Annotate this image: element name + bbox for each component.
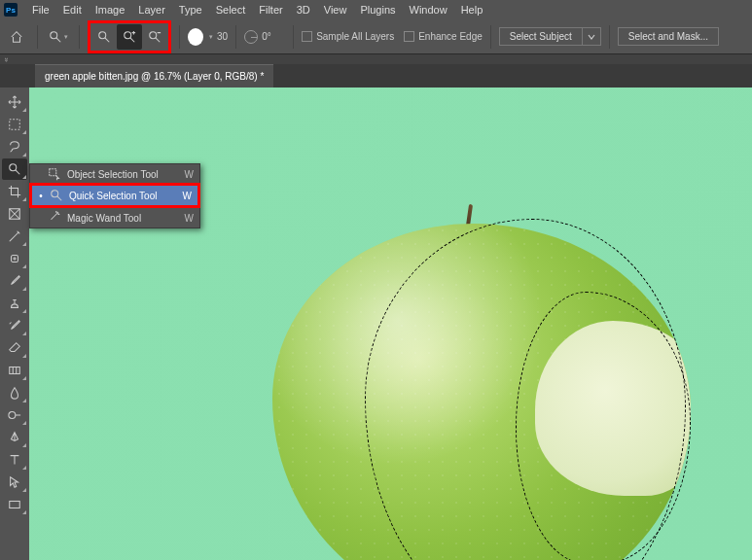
- select-subject-button[interactable]: Select Subject: [499, 27, 583, 46]
- svg-rect-10: [10, 502, 20, 508]
- svg-rect-4: [10, 120, 20, 130]
- menu-edit[interactable]: Edit: [56, 2, 89, 18]
- svg-point-2: [125, 31, 131, 38]
- sample-all-layers-checkbox[interactable]: Sample All Layers: [302, 31, 394, 42]
- svg-point-12: [52, 191, 58, 197]
- blur-tool[interactable]: [2, 382, 27, 403]
- clone-stamp-tool[interactable]: [2, 293, 27, 314]
- menu-window[interactable]: Window: [403, 2, 454, 18]
- marquee-tool[interactable]: [2, 114, 27, 135]
- rectangle-tool[interactable]: [2, 494, 27, 515]
- menu-3d[interactable]: 3D: [290, 2, 317, 18]
- menu-layer[interactable]: Layer: [131, 2, 172, 18]
- separator: [490, 25, 491, 49]
- svg-point-9: [9, 412, 16, 419]
- lasso-tool[interactable]: [2, 136, 27, 158]
- chevron-down-icon: [588, 33, 595, 41]
- magic-wand-icon: [48, 211, 61, 225]
- svg-point-3: [150, 31, 157, 38]
- toolbox: [0, 88, 29, 560]
- sample-all-layers-label: Sample All Layers: [316, 31, 394, 42]
- selected-indicator: •: [38, 192, 44, 198]
- flyout-item-label: Object Selection Tool: [67, 169, 159, 180]
- select-and-mask-button[interactable]: Select and Mask...: [618, 27, 719, 46]
- quick-selection-tool[interactable]: [2, 158, 27, 180]
- flyout-shortcut: W: [185, 213, 194, 224]
- eraser-tool[interactable]: [2, 337, 27, 359]
- document-tab[interactable]: green apple bitten.jpg @ 16.7% (Layer 0,…: [35, 64, 273, 88]
- enhance-edge-checkbox[interactable]: Enhance Edge: [404, 31, 483, 42]
- healing-brush-tool[interactable]: [2, 248, 27, 269]
- flyout-shortcut: W: [183, 191, 192, 201]
- svg-point-0: [51, 31, 57, 38]
- frame-tool[interactable]: [2, 203, 27, 225]
- menu-type[interactable]: Type: [172, 2, 209, 18]
- flyout-magic-wand[interactable]: Magic Wand Tool W: [30, 208, 199, 228]
- document-tab-strip: green apple bitten.jpg @ 16.7% (Layer 0,…: [0, 64, 752, 88]
- home-icon[interactable]: [4, 24, 29, 50]
- angle-control[interactable]: [244, 30, 285, 44]
- separator: [79, 25, 80, 49]
- path-selection-tool[interactable]: [2, 472, 27, 493]
- menu-plugins[interactable]: Plugins: [353, 2, 402, 18]
- svg-rect-11: [50, 169, 56, 176]
- document-canvas[interactable]: [29, 88, 752, 560]
- apple-image: [272, 224, 691, 560]
- separator: [293, 25, 294, 49]
- menu-select[interactable]: Select: [209, 2, 253, 18]
- selected-indicator: [36, 171, 42, 177]
- new-selection-button[interactable]: [91, 24, 117, 50]
- separator: [37, 25, 38, 49]
- object-selection-icon: [48, 167, 61, 181]
- angle-icon: [244, 30, 258, 44]
- brush-preview-icon: [188, 28, 203, 46]
- options-bar: 30 Sample All Layers Enhance Edge Select…: [0, 19, 752, 54]
- svg-point-5: [10, 164, 17, 171]
- menu-filter[interactable]: Filter: [252, 2, 289, 18]
- history-brush-tool[interactable]: [2, 315, 27, 336]
- move-tool[interactable]: [2, 91, 27, 113]
- selected-indicator: [36, 215, 42, 221]
- select-subject-dropdown[interactable]: [582, 27, 601, 46]
- gradient-tool[interactable]: [2, 360, 27, 381]
- eyedropper-tool[interactable]: [2, 226, 27, 247]
- add-to-selection-button[interactable]: [117, 24, 142, 50]
- brush-picker[interactable]: [188, 24, 213, 50]
- brush-size-value: 30: [217, 31, 228, 42]
- tool-flyout-menu: Object Selection Tool W • Quick Selectio…: [29, 163, 200, 228]
- menu-help[interactable]: Help: [454, 2, 490, 18]
- menu-file[interactable]: File: [25, 2, 56, 18]
- svg-point-1: [99, 31, 106, 38]
- flyout-item-label: Quick Selection Tool: [69, 191, 157, 201]
- enhance-edge-label: Enhance Edge: [418, 31, 483, 42]
- separator: [179, 25, 180, 49]
- menu-image[interactable]: Image: [89, 2, 132, 18]
- separator: [609, 25, 610, 49]
- crop-tool[interactable]: [2, 181, 27, 202]
- menu-bar: Ps File Edit Image Layer Type Select Fil…: [0, 0, 752, 19]
- svg-rect-8: [10, 368, 20, 374]
- brush-tool[interactable]: [2, 270, 27, 292]
- checkbox-icon: [302, 31, 312, 42]
- flyout-quick-selection[interactable]: • Quick Selection Tool W: [32, 186, 197, 205]
- flyout-item-label: Magic Wand Tool: [67, 213, 141, 224]
- flyout-shortcut: W: [185, 169, 194, 180]
- quick-selection-icon: [50, 189, 63, 202]
- dodge-tool[interactable]: [2, 404, 27, 426]
- flyout-object-selection[interactable]: Object Selection Tool W: [30, 164, 199, 184]
- current-tool-icon[interactable]: [46, 24, 71, 50]
- separator: [235, 25, 236, 49]
- pen-tool[interactable]: [2, 427, 27, 448]
- checkbox-icon: [404, 31, 414, 42]
- panel-expand-bar[interactable]: [0, 54, 752, 64]
- type-tool[interactable]: [2, 449, 27, 471]
- app-logo: Ps: [4, 3, 18, 17]
- menu-view[interactable]: View: [317, 2, 354, 18]
- highlight-brush-mode-buttons: [88, 20, 171, 53]
- angle-input[interactable]: [262, 31, 285, 42]
- subtract-from-selection-button[interactable]: [142, 24, 167, 50]
